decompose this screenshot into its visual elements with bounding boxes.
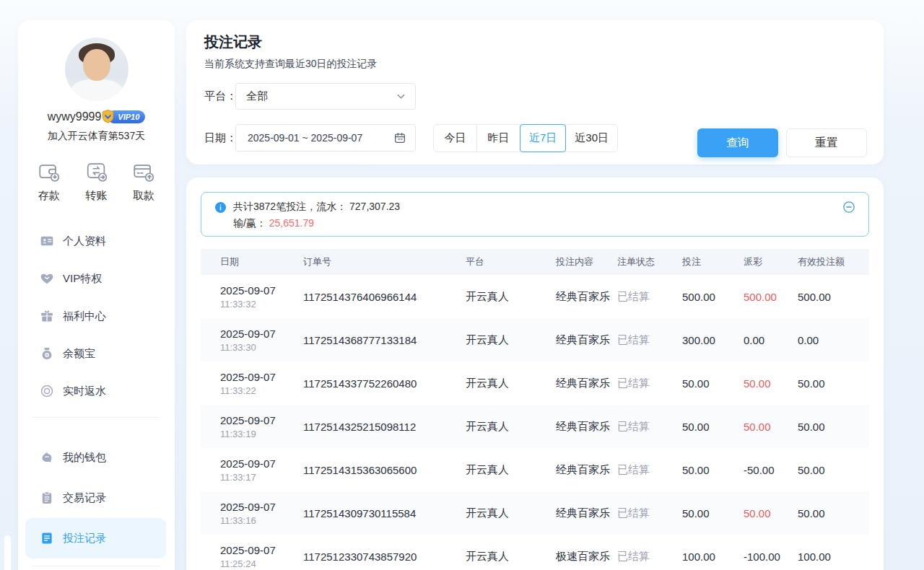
username: wywy9999 [48, 110, 102, 123]
cell-time-value: 11:33:22 [220, 385, 303, 396]
table-row: 2025-09-0711:33:191172514325215098112开云真… [201, 405, 869, 448]
cell-date-value: 2025-09-07 [220, 371, 303, 383]
platform-select-value: 全部 [246, 89, 268, 103]
cell-bet-content: 经典百家乐 [556, 463, 617, 477]
action-label-transfer: 转账 [86, 189, 108, 203]
action-withdraw[interactable]: 取款 [131, 159, 156, 203]
quick-range-button-3[interactable]: 近30日 [565, 124, 618, 152]
date-range-input[interactable]: 2025-09-01 ~ 2025-09-07 [235, 124, 416, 152]
table-row: 2025-09-0711:33:301172514368777133184开云真… [201, 318, 869, 361]
sidebar-item-bet-records[interactable]: 投注记录 [25, 518, 166, 558]
search-button[interactable]: 查询 [697, 128, 778, 157]
winloss-label: 输/赢： [233, 217, 269, 229]
table-row: 2025-09-0711:25:241172512330743857920开云真… [201, 535, 869, 570]
chevron-down-icon [396, 91, 406, 102]
action-label-deposit: 存款 [38, 189, 60, 203]
cell-date-value: 2025-09-07 [220, 328, 303, 340]
sidebar-divider [32, 417, 160, 418]
bet-records-table: 日期订单号平台投注内容注单状态投注派彩有效投注额 2025-09-0711:33… [201, 249, 869, 570]
cell-payout: 50.00 [744, 377, 798, 390]
cell-valid-bet: 50.00 [798, 507, 869, 519]
sidebar-divider-bottom [32, 566, 160, 566]
action-deposit[interactable]: 存款 [37, 159, 61, 203]
cell-order-number: 1172514368777133184 [303, 334, 466, 346]
sidebar-item-label: 交易记录 [63, 491, 106, 505]
cell-platform: 开云真人 [466, 290, 556, 304]
cell-bet-content: 经典百家乐 [556, 290, 617, 304]
quick-range-button-1[interactable]: 昨日 [476, 124, 520, 152]
sidebar-item-profile[interactable]: 个人资料 [25, 222, 166, 260]
cell-bet-amount: 100.00 [682, 551, 744, 563]
cell-date-value: 2025-09-07 [220, 457, 303, 470]
sidebar-item-welfare-center[interactable]: 福利中心 [25, 297, 166, 335]
sidebar-item-vip-privileges[interactable]: VIP特权 [25, 260, 166, 297]
cell-order-number: 1172514309730115584 [303, 507, 466, 519]
cell-date: 2025-09-0711:33:22 [201, 371, 303, 396]
cell-status: 已结算 [617, 377, 682, 390]
bet-records-icon [40, 531, 54, 545]
cell-payout: 50.00 [744, 507, 798, 519]
cell-date-value: 2025-09-07 [220, 544, 303, 556]
reset-button[interactable]: 重置 [786, 128, 867, 157]
table-row: 2025-09-0711:33:221172514337752260480开云真… [201, 361, 869, 405]
cell-status: 已结算 [617, 333, 682, 347]
cell-order-number: 1172514337752260480 [303, 377, 466, 390]
sidebar-item-transaction-records[interactable]: 交易记录 [25, 478, 166, 518]
cell-status: 已结算 [617, 290, 682, 304]
column-header-7: 有效投注额 [798, 255, 869, 268]
calendar-icon [393, 131, 406, 144]
money-bag-icon [40, 346, 54, 361]
table-row: 2025-09-0711:33:321172514376406966144开云真… [201, 275, 869, 318]
quick-range-button-2[interactable]: 近7日 [520, 124, 566, 152]
winloss-value: 25,651.79 [269, 217, 314, 229]
action-transfer[interactable]: 转账 [84, 159, 109, 203]
platform-select[interactable]: 全部 [235, 83, 416, 110]
cell-valid-bet: 50.00 [798, 464, 869, 476]
sidebar-item-label: VIP特权 [63, 272, 102, 286]
collapse-icon[interactable] [842, 201, 855, 214]
scrollbar-thumb[interactable] [4, 535, 11, 570]
cell-date-value: 2025-09-07 [220, 414, 303, 426]
cell-date: 2025-09-0711:33:17 [201, 457, 303, 483]
column-header-0: 日期 [201, 255, 303, 268]
column-header-5: 投注 [682, 255, 744, 268]
table-body: 2025-09-0711:33:321172514376406966144开云真… [201, 275, 869, 570]
avatar[interactable] [65, 38, 128, 101]
avatar-face [83, 49, 110, 81]
table-row: 2025-09-0711:33:161172514309730115584开云真… [201, 491, 869, 535]
cell-bet-amount: 300.00 [682, 334, 744, 346]
vip-badge-label: VIP10 [118, 113, 139, 121]
quick-actions: 存款转账取款 [18, 159, 175, 203]
sidebar-item-yuebao[interactable]: 余额宝 [25, 335, 166, 372]
cell-platform: 开云真人 [466, 333, 556, 347]
cell-payout: 50.00 [744, 421, 798, 433]
cell-order-number: 1172512330743857920 [303, 551, 466, 563]
id-card-icon [40, 234, 54, 248]
cell-bet-amount: 50.00 [682, 507, 744, 519]
vip-shield-icon [100, 109, 116, 124]
cell-date: 2025-09-0711:33:30 [201, 328, 303, 353]
table-header-row: 日期订单号平台投注内容注单状态投注派彩有效投注额 [201, 249, 869, 275]
quick-range-button-0[interactable]: 今日 [433, 124, 477, 152]
cell-valid-bet: 100.00 [798, 551, 869, 563]
date-range-value: 2025-09-01 ~ 2025-09-07 [248, 132, 362, 144]
cell-status: 已结算 [617, 420, 682, 434]
cell-status: 已结算 [617, 550, 682, 564]
cell-payout: 500.00 [744, 291, 798, 303]
summary-alert: 共计3872笔投注，流水： 727,307.23 输/赢： 25,651.79 [201, 192, 869, 237]
sidebar-item-label: 我的钱包 [63, 451, 106, 465]
join-days-text: 加入开云体育第537天 [18, 130, 175, 143]
cell-platform: 开云真人 [466, 463, 556, 477]
gift-icon [40, 309, 54, 323]
page-subtitle: 当前系统支持查询最近30日的投注记录 [204, 58, 378, 71]
column-header-6: 派彩 [744, 255, 798, 268]
sidebar-item-my-wallet[interactable]: 我的钱包 [25, 437, 166, 478]
sidebar-item-label: 福利中心 [63, 310, 106, 323]
cell-bet-amount: 50.00 [682, 421, 744, 433]
cell-bet-amount: 500.00 [682, 291, 744, 303]
cell-order-number: 1172514376406966144 [303, 291, 466, 303]
cell-date: 2025-09-0711:25:24 [201, 544, 303, 569]
vip-badge: VIP10 [108, 110, 145, 123]
sidebar-item-realtime-rebate[interactable]: 实时返水 [25, 372, 166, 410]
cell-bet-amount: 50.00 [682, 464, 744, 476]
